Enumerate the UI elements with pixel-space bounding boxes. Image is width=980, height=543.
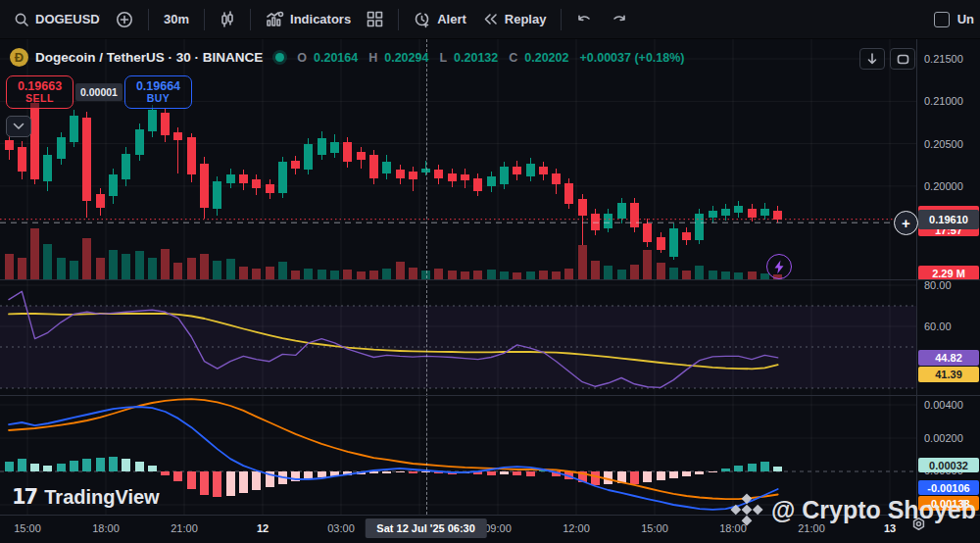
replay-label: Replay xyxy=(505,12,547,26)
macd-tick: 0.00200 xyxy=(924,432,963,444)
plus-circle-icon xyxy=(116,11,133,28)
ohlc-open-value: 0.20164 xyxy=(314,51,358,65)
undo-arrow-icon xyxy=(576,13,594,26)
buy-label: BUY xyxy=(147,93,171,104)
symbol-search-button[interactable]: DOGEUSDT xyxy=(6,8,108,31)
trade-widget: 0.19663 SELL 0.00001 0.19664 BUY xyxy=(6,75,192,109)
candlestick-icon xyxy=(220,11,235,28)
sell-button[interactable]: 0.19663 SELL xyxy=(6,75,74,109)
interval-button[interactable]: 30m xyxy=(156,8,197,30)
chart-region: Đ Dogecoin / TetherUS · 30 · BINANCE O 0… xyxy=(0,39,980,543)
save-layout-label: Un xyxy=(957,12,974,26)
ohlc-close-value: 0.20202 xyxy=(524,51,568,65)
rsi-pane[interactable] xyxy=(0,279,916,395)
crosshair-price-label: 0.19610 xyxy=(918,210,979,229)
time-tick: 12 xyxy=(257,522,269,534)
indicators-button[interactable]: Indicators xyxy=(258,7,359,31)
time-tick: 12:00 xyxy=(563,522,590,534)
time-tick: 03:00 xyxy=(327,522,355,534)
price-tick: 0.21500 xyxy=(924,53,963,65)
ohlc-close-label: C xyxy=(509,51,517,65)
buy-button[interactable]: 0.19664 BUY xyxy=(124,75,192,109)
watermark-handle: @ Crypto Shoyeb xyxy=(771,496,976,524)
pane-separator[interactable] xyxy=(0,279,980,280)
symbol-legend[interactable]: Đ Dogecoin / TetherUS · 30 · BINANCE O 0… xyxy=(10,48,689,67)
undo-button[interactable] xyxy=(568,9,602,30)
crosshair-time-label: Sat 12 Jul '25 06:30 xyxy=(365,518,486,538)
crosshair-vertical-line xyxy=(426,39,427,515)
price-tick: 0.20000 xyxy=(924,180,963,192)
time-tick: 09:00 xyxy=(484,522,512,534)
scale-down-button[interactable] xyxy=(859,48,885,70)
time-tick: 18:00 xyxy=(92,522,120,534)
market-status-dot-icon[interactable] xyxy=(275,53,284,62)
interval-label: 30m xyxy=(164,12,189,26)
time-tick: 15:00 xyxy=(14,522,41,534)
toolbar-separator xyxy=(398,9,399,30)
gear-icon[interactable] xyxy=(911,517,926,534)
ohlc-open-label: O xyxy=(297,51,307,65)
rsi-tick: 60.00 xyxy=(924,321,952,332)
alert-clock-icon xyxy=(414,11,431,28)
compare-button[interactable] xyxy=(108,7,141,32)
tradingview-logo-mark-icon: 17 xyxy=(12,485,36,509)
save-layout-control[interactable]: Un xyxy=(934,12,974,27)
pane-separator[interactable] xyxy=(0,395,980,396)
rsi-value-label: 44.82 xyxy=(918,350,979,366)
sell-label: SELL xyxy=(25,93,54,104)
price-tick: 0.20500 xyxy=(924,138,963,150)
maximize-icon xyxy=(897,54,909,65)
ohlc-high-label: H xyxy=(368,51,377,65)
add-order-plus-button[interactable]: + xyxy=(894,211,918,235)
toolbar-separator xyxy=(561,9,562,30)
macd-tick: 0.00400 xyxy=(924,399,963,411)
chart-type-button[interactable] xyxy=(212,7,243,32)
toolbar-separator xyxy=(204,9,205,30)
symbol-name: DOGEUSDT xyxy=(35,12,100,26)
tradingview-logo-text: TradingView xyxy=(44,486,159,509)
ohlc-low-label: L xyxy=(439,51,447,65)
layout-grid-button[interactable] xyxy=(359,7,391,31)
ohlc-change-value: +0.00037 (+0.18%) xyxy=(579,51,684,65)
collapse-panel-button[interactable] xyxy=(6,116,31,137)
volume-value-label: 2.29 M xyxy=(918,266,979,280)
legend-title: Dogecoin / TetherUS · 30 · BINANCE xyxy=(35,50,263,65)
channel-watermark: @ Crypto Shoyeb xyxy=(730,493,976,526)
top-toolbar: DOGEUSDT 30m Indicators xyxy=(0,0,980,39)
price-scale[interactable]: 0.215000.210000.205000.2000080.0060.000.… xyxy=(916,39,980,515)
toolbar-separator xyxy=(250,9,251,30)
search-icon xyxy=(14,12,29,27)
alert-label: Alert xyxy=(437,12,466,26)
instant-trading-lightning-button[interactable] xyxy=(766,254,792,279)
grid-layout-icon xyxy=(367,11,383,27)
indicators-label: Indicators xyxy=(290,12,351,26)
time-tick: 21:00 xyxy=(171,522,198,534)
redo-arrow-icon xyxy=(610,13,627,26)
macd-hist-value-label: 0.00032 xyxy=(918,458,979,472)
rsi-ma-value-label: 41.39 xyxy=(918,367,979,382)
replay-rewind-icon xyxy=(482,12,499,26)
chevron-down-icon xyxy=(13,123,24,130)
tradingview-app: DOGEUSDT 30m Indicators xyxy=(0,0,980,543)
rsi-tick: 80.00 xyxy=(924,279,952,291)
redo-button[interactable] xyxy=(602,9,635,30)
tradingview-logo[interactable]: 17 TradingView xyxy=(12,485,160,509)
arrow-down-icon xyxy=(866,53,878,65)
ohlc-high-value: 0.20294 xyxy=(384,51,428,65)
alert-button[interactable]: Alert xyxy=(406,7,474,32)
replay-button[interactable]: Replay xyxy=(474,8,555,30)
binance-diamond-icon xyxy=(730,493,763,526)
ohlc-low-value: 0.20132 xyxy=(454,51,498,65)
time-tick: 15:00 xyxy=(641,522,668,534)
save-layout-checkbox-icon[interactable] xyxy=(934,12,950,27)
price-tick: 0.21000 xyxy=(924,95,963,107)
maximize-pane-button[interactable] xyxy=(890,48,915,70)
lightning-bolt-icon xyxy=(773,260,785,274)
spread-value: 0.00001 xyxy=(75,83,122,101)
dogecoin-icon: Đ xyxy=(10,48,28,67)
indicators-icon xyxy=(266,11,284,27)
toolbar-separator xyxy=(148,9,149,30)
